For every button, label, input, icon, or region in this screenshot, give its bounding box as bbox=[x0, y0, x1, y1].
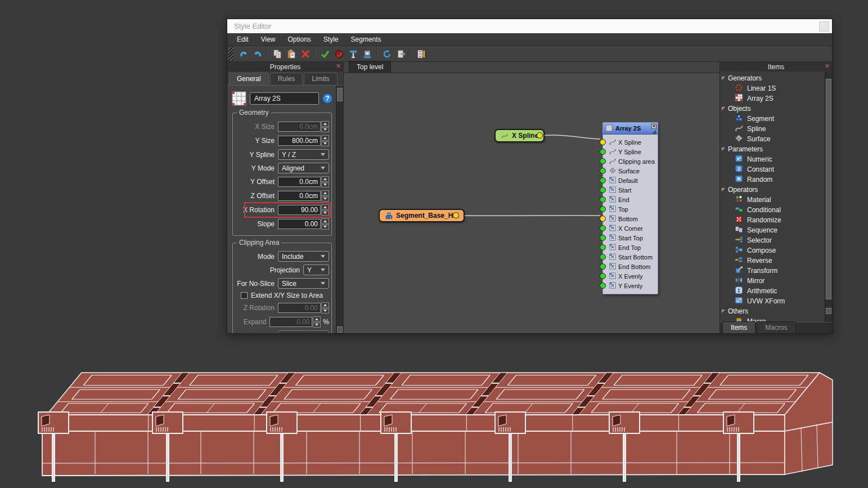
input-row-y-size[interactable]: 800.0cm bbox=[278, 136, 321, 146]
slot-socket[interactable] bbox=[600, 196, 606, 203]
slot-socket[interactable] bbox=[600, 254, 606, 260]
spinner-row-z-rotation[interactable] bbox=[321, 302, 329, 314]
tree-item-sequence[interactable]: 12Sequence bbox=[720, 225, 825, 235]
spinner-row-x-size[interactable] bbox=[321, 121, 329, 132]
x-spline-output-socket[interactable] bbox=[537, 132, 543, 138]
toolbar-drag-handle[interactable] bbox=[228, 47, 233, 61]
tree-item-reverse[interactable]: Reverse bbox=[720, 256, 825, 266]
array-slot-end[interactable]: End bbox=[603, 195, 658, 204]
items-tab-items[interactable]: Items bbox=[722, 321, 755, 333]
slot-socket[interactable] bbox=[600, 158, 606, 164]
redo-button[interactable] bbox=[250, 48, 264, 60]
array-slot-y-evenly[interactable]: Y Evenly bbox=[603, 281, 658, 290]
array-slot-x-spline[interactable]: X Spline bbox=[603, 137, 658, 147]
copy-button[interactable] bbox=[270, 48, 284, 60]
properties-close-icon[interactable]: ✕ bbox=[336, 62, 341, 70]
segment-output-socket[interactable] bbox=[453, 212, 459, 218]
input-row-z-rotation[interactable]: 0.00 bbox=[278, 303, 321, 313]
array-slot-end-bottom[interactable]: End Bottom bbox=[603, 262, 658, 271]
dropdown-row-y-mode[interactable]: Aligned bbox=[278, 163, 329, 173]
menu-edit[interactable]: Edit bbox=[231, 34, 255, 45]
tree-item-array-2s[interactable]: Array 2S bbox=[720, 93, 825, 104]
input-row-expand[interactable]: 0.00 bbox=[269, 317, 312, 327]
pin-top-button[interactable] bbox=[346, 48, 360, 60]
check-button[interactable] bbox=[318, 48, 332, 60]
tree-item-segment[interactable]: Segment bbox=[720, 114, 825, 124]
tree-item-arithmetic[interactable]: ΣArithmetic bbox=[720, 286, 825, 296]
slot-socket[interactable] bbox=[600, 177, 606, 183]
properties-scrollbar[interactable] bbox=[336, 86, 343, 333]
tab-top-level[interactable]: Top level bbox=[349, 61, 391, 73]
node-array-2s[interactable]: Array 2S ✕ X SplineY SplineClipping area… bbox=[602, 122, 658, 294]
slot-socket[interactable] bbox=[600, 263, 606, 270]
slot-socket[interactable] bbox=[600, 273, 606, 279]
array-slot-start-top[interactable]: Start Top bbox=[603, 233, 658, 243]
tab-general[interactable]: General bbox=[229, 73, 269, 85]
tree-item-constant[interactable]: 2Constant bbox=[720, 164, 825, 174]
tree-item-randomize[interactable]: Randomize bbox=[720, 215, 825, 225]
items-tab-macros[interactable]: Macros bbox=[757, 321, 795, 333]
slot-socket[interactable] bbox=[600, 244, 606, 250]
dropdown-row-for-no-slice[interactable]: Slice bbox=[278, 278, 329, 289]
tree-item-material[interactable]: Material bbox=[720, 195, 825, 205]
collapse-triangle-icon[interactable] bbox=[722, 310, 725, 313]
spinner-row-expand[interactable] bbox=[313, 316, 321, 328]
undo-button[interactable] bbox=[236, 48, 250, 60]
input-row-y-offset[interactable]: 0.0cm bbox=[278, 177, 321, 187]
slot-socket[interactable] bbox=[600, 216, 606, 222]
items-close-icon[interactable]: ✕ bbox=[825, 62, 830, 70]
slot-socket[interactable] bbox=[600, 187, 606, 193]
spinner-row-y-size[interactable] bbox=[321, 135, 329, 146]
slot-socket[interactable] bbox=[600, 225, 606, 231]
array-slot-y-spline[interactable]: Y Spline bbox=[603, 147, 658, 156]
delete-button[interactable] bbox=[298, 48, 312, 60]
tree-group-parameters[interactable]: Parameters bbox=[720, 144, 825, 154]
array-node-collapse-icon[interactable] bbox=[652, 130, 656, 134]
properties-panel-header[interactable]: Properties ✕ bbox=[227, 62, 343, 71]
tree-item-surface[interactable]: Surface bbox=[720, 134, 825, 144]
tree-group-operators[interactable]: Operators bbox=[720, 185, 825, 195]
refresh-button[interactable] bbox=[380, 48, 394, 60]
list-button[interactable] bbox=[413, 48, 428, 60]
tab-limits[interactable]: Limits bbox=[304, 73, 337, 85]
array-node-title[interactable]: Array 2S ✕ bbox=[603, 123, 658, 135]
tree-group-generators[interactable]: Generators bbox=[720, 73, 825, 83]
tab-rules[interactable]: Rules bbox=[270, 73, 303, 85]
array-node-close-icon[interactable]: ✕ bbox=[651, 124, 656, 129]
array-slot-bottom[interactable]: Bottom bbox=[603, 214, 658, 223]
collapse-triangle-icon[interactable] bbox=[722, 77, 725, 80]
array-slot-default[interactable]: Default bbox=[603, 176, 658, 185]
tree-item-conditional[interactable]: Conditional bbox=[720, 205, 825, 215]
dropdown-row-auto-align[interactable]: None bbox=[278, 330, 329, 333]
array-slot-clipping-area[interactable]: Clipping area bbox=[603, 156, 658, 166]
window-close-button[interactable] bbox=[819, 21, 829, 32]
disable-button[interactable] bbox=[332, 48, 346, 60]
slot-socket[interactable] bbox=[600, 168, 606, 174]
array-slot-x-evenly[interactable]: X Evenly bbox=[603, 271, 658, 281]
collapse-triangle-icon[interactable] bbox=[722, 147, 725, 151]
slot-socket[interactable] bbox=[600, 235, 606, 241]
tree-item-compose[interactable]: Compose bbox=[720, 245, 825, 256]
array-slot-end-top[interactable]: End Top bbox=[603, 243, 658, 252]
array-slot-surface[interactable]: Surface bbox=[603, 166, 658, 176]
array-slot-start-bottom[interactable]: Start Bottom bbox=[603, 252, 658, 262]
input-row-x-rotation[interactable]: 90.00 bbox=[278, 205, 321, 215]
node-canvas[interactable]: X Spline Segment_Base_Hal Array 2S ✕ X S… bbox=[344, 73, 719, 333]
spinner-row-z-offset[interactable] bbox=[321, 190, 329, 202]
menu-options[interactable]: Options bbox=[281, 34, 317, 45]
spinner-row-slope[interactable] bbox=[321, 218, 329, 230]
tree-item-mirror[interactable]: Mirror bbox=[720, 276, 825, 286]
tree-item-linear-1s[interactable]: Linear 1S bbox=[720, 83, 825, 93]
tree-item-selector[interactable]: Selector bbox=[720, 235, 825, 245]
export-button[interactable] bbox=[394, 48, 408, 60]
tree-group-others[interactable]: Others bbox=[720, 306, 825, 316]
collapse-triangle-icon[interactable] bbox=[722, 188, 725, 191]
slot-socket[interactable] bbox=[600, 149, 606, 155]
collapse-triangle-icon[interactable] bbox=[722, 107, 725, 110]
help-button[interactable]: ? bbox=[322, 93, 332, 104]
array-slot-top[interactable]: Top bbox=[603, 204, 658, 214]
array-slot-x-corner[interactable]: X Corner bbox=[603, 223, 658, 233]
items-panel-header[interactable]: Items ✕ bbox=[720, 62, 832, 71]
dropdown-row-y-spline[interactable]: Y / Z bbox=[278, 149, 329, 160]
menu-view[interactable]: View bbox=[255, 34, 282, 45]
